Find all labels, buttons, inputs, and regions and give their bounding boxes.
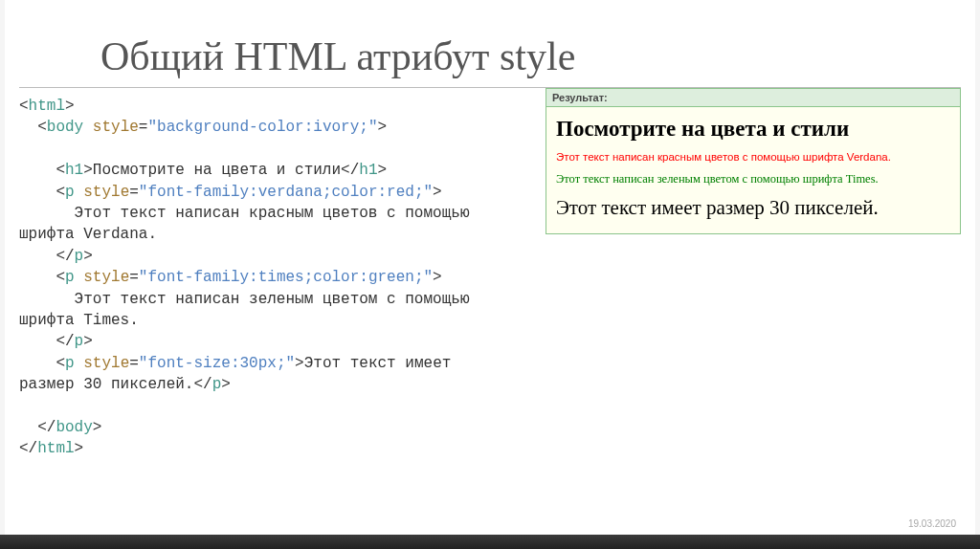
- result-pane: Результат: Посмотрите на цвета и стили Э…: [546, 88, 961, 460]
- code-tag-body: body: [47, 119, 83, 136]
- code-val-p2: "font-family:times;color:green;": [139, 269, 433, 286]
- code-attr-style: style: [93, 119, 139, 136]
- footer-date: 19.03.2020: [908, 518, 956, 529]
- result-box: Результат: Посмотрите на цвета и стили Э…: [546, 88, 961, 234]
- code-p3-text: Этот текст имеет: [304, 355, 452, 372]
- code-val-p1: "font-family:verdana;color:red;": [139, 184, 433, 201]
- code-p2-text-b: шрифта Times.: [19, 312, 139, 329]
- code-val-p3: "font-size:30px;": [139, 355, 295, 372]
- result-big-text: Этот текст имеет размер 30 пикселей.: [556, 196, 950, 220]
- code-p1-text-a: Этот текст написан красным цветов с помо…: [19, 205, 469, 222]
- code-p2-text-a: Этот текст написан зеленым цветом с помо…: [19, 291, 469, 308]
- slide: Общий HTML атрибут style <html> <body st…: [5, 0, 975, 535]
- result-h1: Посмотрите на цвета и стили: [556, 117, 950, 142]
- result-body: Посмотрите на цвета и стили Этот текст н…: [546, 107, 960, 233]
- bottom-strip: [0, 535, 980, 549]
- code-block: <html> <body style="background-color:ivo…: [19, 96, 526, 460]
- code-val-body: "background-color:ivory;": [147, 119, 377, 136]
- code-p3-text-b: размер 30 пикселей.: [19, 376, 193, 393]
- code-p1-text-b: шрифта Verdana.: [19, 226, 157, 243]
- slide-title: Общий HTML атрибут style: [100, 33, 975, 79]
- content-row: <html> <body style="background-color:ivo…: [5, 96, 975, 460]
- code-h1-text: Посмотрите на цвета и стили: [93, 162, 341, 179]
- code-tag-html: html: [29, 98, 65, 115]
- result-green-text: Этот текст написан зеленым цветом с помо…: [556, 172, 950, 187]
- result-red-text: Этот текст написан красным цветов с помо…: [556, 151, 950, 163]
- result-header: Результат:: [546, 89, 960, 107]
